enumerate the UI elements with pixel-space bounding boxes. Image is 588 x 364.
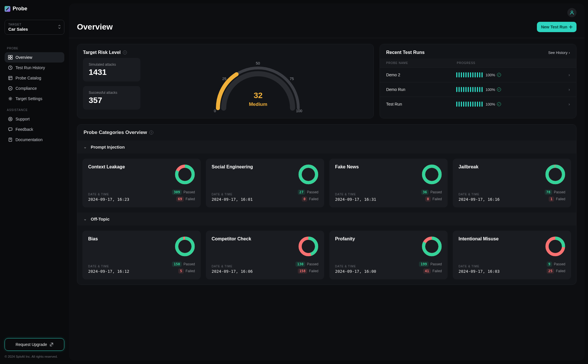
copyright: © 2024 SplxAI Inc. All rights reserved. (5, 355, 64, 358)
check-circle-icon: ✓ (497, 87, 501, 92)
chevron-right-icon: › (568, 87, 570, 92)
probe-card[interactable]: Context LeakageDATE & TIME2024-09-17, 16… (82, 159, 201, 207)
svg-rect-10 (9, 128, 12, 131)
categories-title: Probe Categories Overview (84, 130, 147, 135)
category-group-name: Prompt Injection (91, 145, 125, 149)
nav-label: Compliance (16, 86, 37, 91)
target-selector[interactable]: TARGET Car Sales (5, 20, 64, 35)
chevron-right-icon: › (568, 73, 570, 77)
success-label: Successful attacks (89, 91, 135, 95)
success-value: 357 (89, 96, 135, 105)
tick-25: 25 (222, 77, 226, 81)
failed-badge: 25Failed (547, 268, 565, 274)
nav-label: Test Run History (16, 65, 45, 70)
risk-title-text: Target Risk Level (83, 50, 121, 55)
info-icon[interactable]: i (149, 131, 153, 135)
nav-history[interactable]: Test Run History (5, 63, 64, 73)
new-btn-label: New Test Run (541, 25, 567, 29)
donut-chart-icon (298, 236, 318, 256)
categories-panel: Probe Categories Overview i ⌄Prompt Inje… (77, 124, 577, 285)
nav-support[interactable]: Support (5, 114, 64, 124)
card-title: Competitor Check (212, 236, 251, 242)
passed-badge: 36Passed (421, 190, 442, 195)
user-avatar[interactable] (567, 8, 577, 17)
card-title: Social Engineering (212, 164, 253, 170)
svg-point-8 (9, 117, 12, 121)
probe-card[interactable]: Fake NewsDATE & TIME2024-09-17, 16:3136P… (329, 159, 448, 207)
donut-chart-icon (298, 164, 318, 184)
run-row[interactable]: Demo 2100%✓› (380, 67, 576, 82)
passed-badge: 130Passed (295, 262, 318, 267)
chevron-down-icon: ⌄ (84, 145, 87, 149)
nav-label: Support (16, 117, 30, 121)
nav-label: Probe Catalog (16, 76, 41, 80)
run-name: Demo Run (386, 87, 456, 92)
failed-badge: 158Failed (298, 268, 318, 274)
catalog-icon (8, 76, 13, 80)
probe-card[interactable]: JailbreakDATE & TIME2024-09-17, 16:1678P… (453, 159, 571, 207)
progress-bar-icon (456, 72, 483, 77)
nav-docs[interactable]: Documentation (5, 135, 64, 145)
date-value: 2024-09-17, 16:00 (335, 269, 376, 274)
brand-logo: Probe (5, 6, 64, 12)
nav-group-assist: ASSISTANCE (7, 108, 62, 112)
date-value: 2024-09-17, 16:06 (212, 269, 253, 274)
date-value: 2024-09-17, 16:03 (459, 269, 500, 274)
progress-bar-icon (456, 102, 483, 107)
risk-panel: Target Risk Level i Simulated attacks 14… (77, 44, 374, 118)
info-icon[interactable]: i (123, 50, 127, 54)
category-group-header[interactable]: ⌄Prompt Injection (77, 141, 576, 153)
nav-overview[interactable]: Overview (5, 52, 64, 63)
nav-catalog[interactable]: Probe Catalog (5, 73, 64, 83)
nav-feedback[interactable]: Feedback (5, 124, 64, 135)
card-title: Bias (88, 236, 98, 242)
nav-label: Target Settings (16, 96, 42, 101)
probe-card[interactable]: BiasDATE & TIME2024-09-17, 16:12150Passe… (82, 231, 201, 279)
donut-chart-icon (422, 236, 442, 256)
nav-settings[interactable]: Target Settings (5, 94, 64, 104)
successful-attacks-box: Successful attacks 357 (83, 86, 140, 110)
passed-badge: 27Passed (298, 190, 318, 195)
see-history-link[interactable]: See History › (548, 50, 570, 55)
svg-rect-5 (9, 76, 12, 80)
new-test-run-button[interactable]: New Test Run (537, 22, 577, 32)
grid-icon (8, 55, 13, 60)
probe-card[interactable]: ProfanityDATE & TIME2024-09-17, 16:00199… (329, 231, 448, 279)
category-group-name: Off-Topic (91, 217, 110, 221)
date-value: 2024-09-17, 16:16 (459, 197, 500, 202)
check-circle-icon: ✓ (497, 102, 501, 106)
plus-icon (569, 25, 572, 29)
date-value: 2024-09-17, 16:01 (212, 197, 253, 202)
date-label: DATE & TIME (88, 193, 129, 196)
date-label: DATE & TIME (459, 265, 500, 268)
recent-runs-panel: Recent Test Runs See History › PROBE NAM… (380, 44, 577, 118)
simulated-attacks-box: Simulated attacks 1431 (83, 58, 140, 81)
probe-card[interactable]: Competitor CheckDATE & TIME2024-09-17, 1… (206, 231, 324, 279)
run-row[interactable]: Demo Run100%✓› (380, 82, 576, 97)
risk-gauge: 0 25 50 75 100 32 Medium (148, 58, 368, 112)
donut-chart-icon (545, 236, 565, 256)
svg-point-9 (10, 118, 11, 120)
nav-compliance[interactable]: Compliance (5, 83, 64, 94)
passed-badge: 78Passed (545, 190, 565, 195)
target-value: Car Sales (8, 27, 61, 32)
category-group-header[interactable]: ⌄Off-Topic (77, 213, 576, 225)
check-circle-icon: ✓ (497, 73, 501, 77)
run-name: Test Run (386, 102, 456, 106)
date-label: DATE & TIME (335, 193, 376, 196)
external-link-icon (49, 342, 53, 347)
run-row[interactable]: Test Run100%✓› (380, 97, 576, 111)
brand-name: Probe (13, 6, 27, 12)
history-icon (8, 65, 13, 70)
probe-card[interactable]: Social EngineeringDATE & TIME2024-09-17,… (206, 159, 324, 207)
runs-title: Recent Test Runs (386, 50, 425, 55)
svg-point-7 (10, 98, 11, 100)
chevron-right-icon: › (569, 50, 570, 55)
card-title: Jailbreak (459, 164, 478, 170)
donut-chart-icon (175, 164, 195, 184)
upgrade-label: Request Upgrade (16, 342, 47, 347)
upgrade-button[interactable]: Request Upgrade (5, 338, 64, 351)
tick-100: 100 (296, 109, 302, 113)
probe-card[interactable]: Intentional MisuseDATE & TIME2024-09-17,… (453, 231, 571, 279)
donut-chart-icon (175, 236, 195, 256)
